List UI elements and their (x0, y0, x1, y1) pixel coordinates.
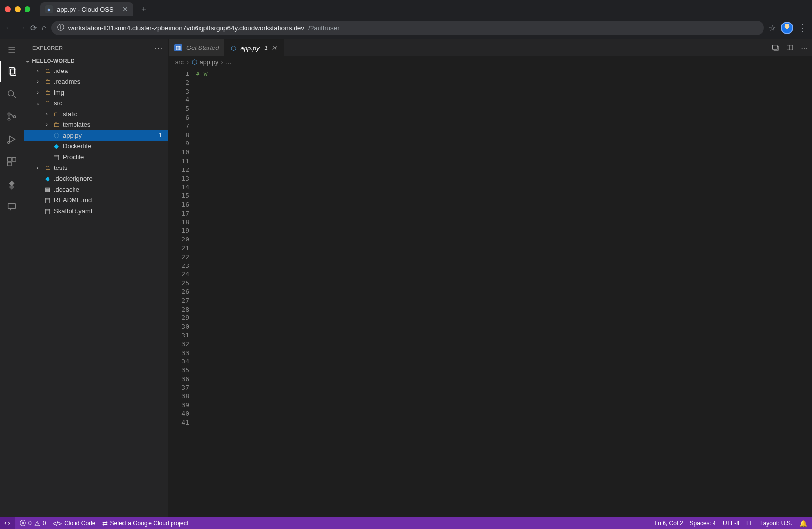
folder-icon: 🗀 (52, 110, 61, 118)
nav-home-icon[interactable]: ⌂ (42, 24, 47, 32)
document-icon: ▥ (174, 44, 182, 51)
explorer-more-icon[interactable]: ··· (154, 44, 163, 52)
editor-tab[interactable]: ⬡app.py1✕ (225, 39, 284, 56)
status-notifications-icon[interactable]: 🔔 (799, 520, 807, 527)
status-indentation[interactable]: Spaces: 4 (690, 520, 716, 527)
tree-folder[interactable]: ›🗀img (24, 87, 168, 97)
tree-folder[interactable]: ›🗀.idea (24, 65, 168, 76)
warning-icon: ⚠ (34, 520, 40, 527)
breadcrumb-part[interactable]: src (175, 59, 184, 66)
tree-folder[interactable]: ›🗀templates (24, 119, 168, 130)
error-icon: ⓧ (20, 519, 26, 528)
svg-marker-7 (9, 136, 15, 143)
activity-source-control-icon[interactable] (0, 106, 24, 127)
tree-folder[interactable]: ›🗀static (24, 108, 168, 119)
activity-run-debug-icon[interactable] (0, 128, 24, 150)
editor-tab-label: Get Started (186, 44, 219, 51)
status-cloud-code[interactable]: </> Cloud Code (52, 520, 95, 527)
window-close-button[interactable] (5, 6, 11, 12)
window-maximize-button[interactable] (25, 6, 30, 12)
window-controls (5, 6, 30, 12)
tree-item-label: .idea (54, 67, 164, 74)
editor-more-icon[interactable]: ··· (801, 44, 807, 52)
activity-extensions-icon[interactable] (0, 151, 24, 172)
status-layout[interactable]: Layout: U.S. (760, 520, 792, 527)
explorer-header: EXPLORER ··· (24, 39, 168, 56)
close-icon[interactable]: ✕ (271, 44, 277, 52)
site-info-icon[interactable]: ⓘ (57, 24, 64, 32)
tree-file[interactable]: ▤Procfile (24, 151, 168, 162)
activity-cloud-icon[interactable] (0, 173, 24, 195)
browser-tab-close-icon[interactable]: ✕ (123, 5, 128, 13)
status-cursor-position[interactable]: Ln 6, Col 2 (655, 520, 683, 527)
status-bar: ⓧ 0 ⚠ 0 </> Cloud Code ⇄ Select a Google… (0, 517, 812, 529)
browser-chrome: ◆ app.py - Cloud OSS ✕ + ← → ⟳ ⌂ ⓘ works… (0, 0, 812, 39)
nav-forward-icon[interactable]: → (18, 24, 25, 32)
remote-indicator[interactable] (0, 517, 15, 529)
activity-feedback-icon[interactable] (0, 196, 24, 217)
tree-file[interactable]: ▤Skaffold.yaml (24, 205, 168, 216)
split-editor-icon[interactable] (786, 44, 794, 52)
warning-count: 0 (43, 520, 46, 527)
status-eol[interactable]: LF (746, 520, 753, 527)
editor-area: ▥Get Started⬡app.py1✕ ··· src › ⬡ app.py… (169, 39, 812, 517)
tree-item-label: .dockerignore (54, 175, 164, 182)
folder-icon: 🗀 (52, 121, 61, 128)
chevron-right-icon: › (187, 59, 189, 66)
tree-item-label: static (63, 110, 164, 118)
file-icon: ▤ (43, 186, 52, 193)
tree-file[interactable]: ◆.dockerignore (24, 173, 168, 184)
url-host: workstation-lf31smn4.cluster-zpbeimon7vd… (68, 24, 304, 32)
svg-rect-15 (773, 45, 777, 49)
activity-search-icon[interactable] (0, 83, 24, 105)
tree-file[interactable]: ◆Dockerfile (24, 141, 168, 151)
tree-file[interactable]: ▤README.md (24, 194, 168, 205)
status-left-group: ⓧ 0 ⚠ 0 </> Cloud Code ⇄ Select a Google… (15, 519, 193, 528)
tree-item-label: tests (54, 164, 164, 171)
project-header[interactable]: ⌄ HELLO-WORLD (24, 56, 168, 65)
breadcrumb-part[interactable]: ... (226, 59, 231, 66)
tree-item-label: img (54, 89, 164, 96)
tree-folder[interactable]: ⌄🗀src (24, 97, 168, 108)
hamburger-menu-icon[interactable]: ☰ (8, 41, 16, 60)
nav-back-icon[interactable]: ← (5, 24, 13, 32)
tree-file[interactable]: ⬡app.py1 (24, 130, 168, 141)
svg-rect-0 (9, 68, 15, 74)
new-tab-button[interactable]: + (137, 2, 150, 17)
editor-tab[interactable]: ▥Get Started (169, 39, 225, 56)
folder-icon: 🗀 (43, 78, 52, 85)
code-editor[interactable]: 1234567891011121314151617181920212223242… (169, 68, 812, 517)
file-icon: ▤ (43, 207, 52, 215)
folder-icon: 🗀 (43, 164, 52, 171)
profile-avatar[interactable] (781, 22, 793, 34)
python-icon: ⬡ (52, 132, 61, 139)
tree-folder[interactable]: ›🗀tests (24, 162, 168, 173)
bookmark-star-icon[interactable]: ☆ (769, 24, 776, 33)
status-errors[interactable]: ⓧ 0 ⚠ 0 (20, 519, 46, 528)
python-icon: ⬡ (231, 45, 236, 52)
folder-icon: 🗀 (43, 89, 52, 96)
breadcrumb-part[interactable]: app.py (200, 59, 219, 66)
status-encoding[interactable]: UTF-8 (723, 520, 739, 527)
breadcrumb[interactable]: src › ⬡ app.py › ... (169, 56, 812, 68)
browser-menu-icon[interactable]: ⋮ (798, 23, 807, 33)
file-icon: ▤ (52, 153, 61, 161)
problems-badge: 1 (265, 45, 268, 51)
nav-reload-icon[interactable]: ⟳ (30, 24, 37, 33)
tree-file[interactable]: ▤.dccache (24, 184, 168, 194)
address-bar[interactable]: ⓘ workstation-lf31smn4.cluster-zpbeimon7… (51, 21, 764, 35)
line-number-gutter: 1234567891011121314151617181920212223242… (169, 68, 196, 517)
tree-folder[interactable]: ›🗀.readmes (24, 76, 168, 87)
open-changes-icon[interactable] (771, 44, 779, 52)
tree-item-label: Skaffold.yaml (54, 207, 164, 215)
explorer-title: EXPLORER (32, 45, 154, 51)
svg-point-5 (8, 118, 10, 120)
svg-point-2 (8, 91, 14, 96)
browser-tab[interactable]: ◆ app.py - Cloud OSS ✕ (40, 2, 133, 16)
tree-item-label: .dccache (54, 186, 164, 193)
activity-explorer-icon[interactable] (0, 61, 24, 82)
code-content[interactable]: # w (196, 68, 812, 517)
window-minimize-button[interactable] (15, 6, 21, 12)
status-project-selector[interactable]: ⇄ Select a Google Cloud project (102, 520, 188, 527)
svg-marker-13 (9, 184, 15, 190)
